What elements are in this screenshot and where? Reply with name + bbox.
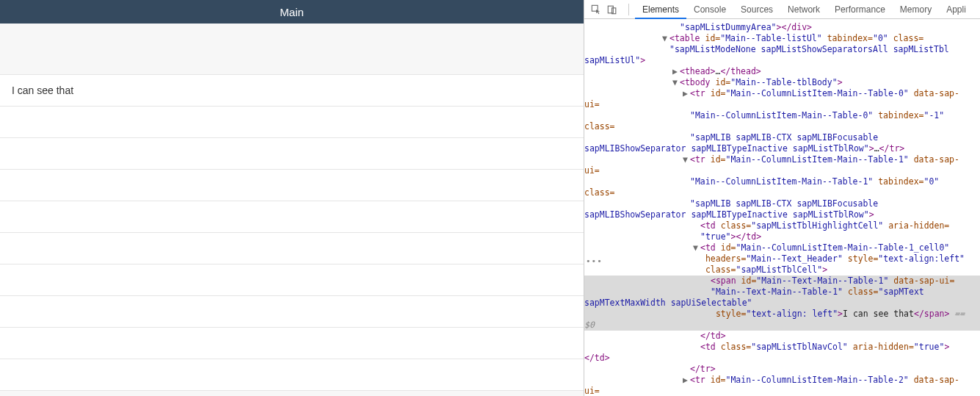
table-row[interactable] — [0, 264, 584, 296]
dom-node[interactable]: "Main--ColumnListItem-Main--Table-1" tab… — [584, 176, 980, 198]
dom-node[interactable]: "sapMLIB sapMLIB-CTX sapMLIBFocusable sa… — [584, 132, 980, 154]
table-cell-text: I can see that — [12, 84, 73, 96]
dom-node[interactable]: </td> — [584, 331, 980, 342]
inspect-element-icon[interactable] — [590, 4, 602, 15]
dom-node[interactable]: headers="Main--Text_Header" style="text-… — [584, 253, 980, 264]
app-table: I can see that — [0, 24, 584, 391]
dom-node[interactable]: ▶<thead>…</thead> — [584, 66, 980, 77]
tab-elements[interactable]: Elements — [635, 0, 686, 19]
dom-node-selected[interactable]: "Main--Text-Main--Table-1" class="sapMTe… — [584, 287, 980, 309]
dom-tree[interactable]: ••• "sapMListDummyArea"></div> ▼<table i… — [584, 19, 980, 396]
tab-performance[interactable]: Performance — [827, 0, 893, 19]
dom-node[interactable]: ▶<tr id="Main--ColumnListItem-Main--Tabl… — [584, 375, 980, 396]
tab-sources[interactable]: Sources — [733, 0, 780, 19]
tab-memory[interactable]: Memory — [893, 0, 939, 19]
table-row[interactable] — [0, 138, 584, 170]
app-header: Main — [0, 0, 584, 24]
dom-node-selected[interactable]: <span id="Main--Text-Main--Table-1" data… — [584, 276, 980, 287]
dom-node[interactable]: ▼<td id="Main--ColumnListItem-Main--Tabl… — [584, 242, 980, 253]
expand-toggle-icon[interactable]: ▶ — [672, 66, 680, 77]
expand-toggle-icon[interactable]: ▶ — [683, 88, 690, 99]
dom-node[interactable]: <td class="sapMListTblNavCol" aria-hidde… — [584, 342, 980, 364]
page-title: Main — [280, 6, 304, 18]
expand-toggle-icon[interactable]: ▼ — [693, 242, 700, 253]
table-row[interactable] — [0, 170, 584, 201]
device-toolbar-icon[interactable] — [606, 4, 618, 15]
app-panel: Main I can see that — [0, 0, 584, 396]
table-row[interactable] — [0, 107, 584, 138]
table-row[interactable] — [0, 328, 584, 359]
dom-node[interactable]: class="sapMListTblCell"> — [584, 264, 980, 276]
table-row[interactable]: I can see that — [0, 75, 584, 107]
dom-node[interactable]: "sapMLIB sapMLIB-CTX sapMLIBFocusable sa… — [584, 198, 980, 220]
devtools-panel: Elements Console Sources Network Perform… — [584, 0, 980, 396]
toolbar-divider — [628, 4, 629, 15]
expand-toggle-icon[interactable]: ▼ — [662, 33, 669, 44]
svg-rect-1 — [608, 6, 613, 13]
devtools-toolbar: Elements Console Sources Network Perform… — [584, 0, 980, 19]
table-header-spacer — [0, 24, 584, 75]
table-row[interactable] — [0, 359, 584, 391]
dom-node[interactable]: <td class="sapMListTblHighlightCell" ari… — [584, 220, 980, 231]
table-row[interactable] — [0, 233, 584, 264]
expand-toggle-icon[interactable]: ▼ — [683, 154, 690, 165]
dom-node[interactable]: "sapMListModeNone sapMListShowSeparators… — [584, 44, 980, 66]
tab-application[interactable]: Appli — [939, 0, 973, 19]
expand-toggle-icon[interactable]: ▼ — [672, 77, 680, 88]
dom-node[interactable]: ▼<tbody id="Main--Table-tblBody"> — [584, 77, 980, 88]
dom-node[interactable]: ▼<table id="Main--Table-listUl" tabindex… — [584, 33, 980, 44]
dom-node-selected[interactable]: style="text-align: left">I can see that<… — [584, 309, 980, 331]
tab-console[interactable]: Console — [686, 0, 733, 19]
gutter-overflow-icon[interactable]: ••• — [586, 256, 603, 267]
table-row[interactable] — [0, 201, 584, 233]
dom-node[interactable]: ▼<tr id="Main--ColumnListItem-Main--Tabl… — [584, 154, 980, 176]
expand-toggle-icon[interactable]: ▶ — [683, 375, 690, 386]
dom-node[interactable]: "sapMListDummyArea"></div> — [584, 22, 980, 33]
tab-network[interactable]: Network — [780, 0, 827, 19]
dom-node[interactable]: </tr> — [584, 364, 980, 375]
table-row[interactable] — [0, 296, 584, 328]
dom-node[interactable]: "Main--ColumnListItem-Main--Table-0" tab… — [584, 110, 980, 132]
dom-node[interactable]: "true"></td> — [584, 231, 980, 242]
dom-node[interactable]: ▶<tr id="Main--ColumnListItem-Main--Tabl… — [584, 88, 980, 110]
